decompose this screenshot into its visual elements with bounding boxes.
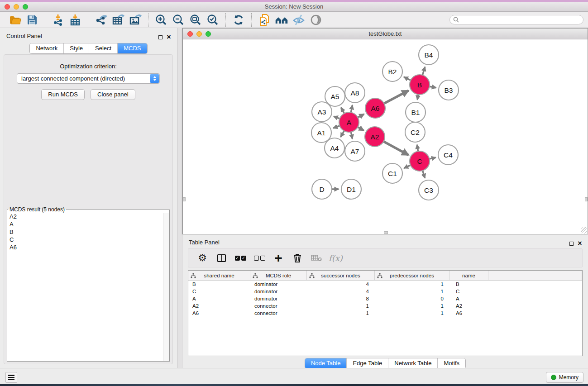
- result-scrollbar[interactable]: [163, 213, 169, 361]
- network-canvas[interactable]: AA1A2A3A4A5A6A7A8BB1B2B3B4CC1C2C3C4DD1: [183, 39, 588, 234]
- cell[interactable]: A6: [449, 310, 488, 317]
- float-table-panel-icon[interactable]: [568, 240, 574, 247]
- table-row-a[interactable]: Adominator80A: [188, 295, 582, 302]
- cell[interactable]: 8: [307, 295, 375, 302]
- import-table-icon[interactable]: [68, 14, 82, 26]
- memory-button[interactable]: Memory: [546, 372, 583, 383]
- window-grip-left[interactable]: [183, 197, 186, 201]
- column-header-predecessor-nodes[interactable]: predecessor nodes: [375, 271, 449, 280]
- close-panel-icon[interactable]: ×: [166, 34, 172, 40]
- network-window-titlebar[interactable]: testGlobe.txt: [183, 29, 588, 39]
- search-input[interactable]: [461, 17, 583, 23]
- panel-divider[interactable]: [177, 28, 182, 368]
- zoom-in-icon[interactable]: [154, 14, 168, 26]
- clone-network-icon[interactable]: [258, 14, 271, 26]
- optimization-criterion-dropdown[interactable]: largest connected component (directed): [17, 73, 160, 84]
- cell[interactable]: B: [449, 281, 488, 288]
- cell[interactable]: 1: [307, 302, 375, 310]
- graph-node-B[interactable]: B: [410, 75, 430, 95]
- network-overview-icon[interactable]: [275, 14, 288, 26]
- graph-node-C3[interactable]: C3: [419, 180, 439, 200]
- cell[interactable]: 1: [375, 288, 449, 295]
- graph-node-A7[interactable]: A7: [345, 141, 365, 161]
- graph-node-A6[interactable]: A6: [365, 98, 385, 118]
- close-panel-button[interactable]: Close panel: [91, 89, 135, 100]
- column-header-mcds-role[interactable]: MCDS role: [250, 271, 307, 280]
- cell[interactable]: dominator: [250, 295, 307, 302]
- task-history-button[interactable]: [5, 372, 17, 383]
- tab-motifs[interactable]: Motifs: [438, 358, 465, 368]
- tab-edge-table[interactable]: Edge Table: [347, 358, 388, 368]
- column-header-name[interactable]: name: [449, 271, 488, 280]
- zoom-selected-icon[interactable]: [206, 14, 220, 26]
- table-row-c[interactable]: Cdominator41C: [188, 288, 582, 295]
- graph-node-D[interactable]: D: [312, 179, 332, 199]
- tab-node-table[interactable]: Node Table: [305, 358, 347, 368]
- refresh-icon[interactable]: [232, 14, 245, 26]
- result-item-a[interactable]: A: [7, 220, 163, 228]
- cell[interactable]: 0: [375, 295, 449, 302]
- graph-node-A4[interactable]: A4: [325, 138, 344, 158]
- select-all-columns-icon[interactable]: ✓✓: [234, 251, 247, 265]
- open-session-icon[interactable]: [8, 14, 22, 26]
- graph-node-D1[interactable]: D1: [341, 179, 361, 199]
- cell[interactable]: 1: [375, 281, 449, 288]
- table-row-a2[interactable]: A2connector11A2: [188, 302, 582, 310]
- cell[interactable]: dominator: [250, 281, 307, 288]
- cell[interactable]: A: [188, 295, 250, 302]
- graph-node-A2[interactable]: A2: [365, 127, 385, 147]
- result-item-a6[interactable]: A6: [7, 243, 163, 251]
- graph-node-A[interactable]: A: [339, 112, 359, 132]
- export-network-icon[interactable]: [94, 14, 108, 26]
- result-item-a2[interactable]: A2: [7, 213, 163, 220]
- mcds-result-list[interactable]: A2ABCA6: [7, 213, 163, 361]
- run-mcds-button[interactable]: Run MCDS: [41, 89, 85, 100]
- cell[interactable]: 1: [307, 310, 375, 317]
- tab-network[interactable]: Network: [30, 43, 64, 53]
- cell[interactable]: A: [449, 295, 488, 302]
- unselect-all-columns-icon[interactable]: [253, 251, 266, 265]
- export-table-icon[interactable]: [111, 14, 125, 26]
- cell[interactable]: dominator: [250, 288, 307, 295]
- result-item-b[interactable]: B: [7, 228, 163, 236]
- window-grip-right[interactable]: [585, 197, 588, 201]
- cell[interactable]: A2: [188, 302, 250, 310]
- search-field[interactable]: [449, 15, 583, 24]
- window-resize-grip[interactable]: [581, 227, 587, 234]
- float-panel-icon[interactable]: [157, 34, 163, 40]
- graph-node-A8[interactable]: A8: [345, 83, 365, 103]
- export-image-icon[interactable]: [129, 14, 142, 26]
- graph-node-C1[interactable]: C1: [382, 163, 402, 183]
- graph-node-B2[interactable]: B2: [382, 62, 402, 81]
- cell[interactable]: C: [188, 288, 250, 295]
- zoom-fit-icon[interactable]: [189, 14, 202, 26]
- graph-node-C4[interactable]: C4: [438, 145, 458, 165]
- import-network-icon[interactable]: [51, 14, 65, 26]
- delete-columns-icon[interactable]: [291, 251, 304, 265]
- table-options-gear-icon[interactable]: ⚙: [196, 251, 209, 265]
- zoom-out-icon[interactable]: [172, 14, 185, 26]
- cell[interactable]: connector: [250, 302, 307, 310]
- hide-details-icon[interactable]: [292, 14, 306, 26]
- cell[interactable]: 1: [375, 310, 449, 317]
- tab-select[interactable]: Select: [89, 43, 118, 53]
- cell[interactable]: B: [188, 281, 250, 288]
- cell[interactable]: 4: [307, 288, 375, 295]
- graph-node-C[interactable]: C: [410, 151, 430, 171]
- save-session-icon[interactable]: [25, 14, 39, 26]
- cell[interactable]: 1: [375, 302, 449, 310]
- graph-node-C2[interactable]: C2: [405, 122, 425, 142]
- graph-node-B1[interactable]: B1: [406, 102, 425, 122]
- result-item-c[interactable]: C: [7, 236, 163, 243]
- cell[interactable]: A2: [449, 302, 488, 310]
- add-column-icon[interactable]: +: [272, 251, 285, 265]
- graph-edge-A2-C[interactable]: [383, 141, 409, 155]
- close-table-panel-icon[interactable]: ×: [577, 240, 583, 247]
- show-columns-icon[interactable]: [215, 251, 228, 265]
- column-header-shared-name[interactable]: shared name: [188, 271, 250, 280]
- tab-style[interactable]: Style: [64, 43, 89, 53]
- tab-network-table[interactable]: Network Table: [388, 358, 438, 368]
- cell[interactable]: connector: [250, 310, 307, 317]
- cell[interactable]: A6: [188, 310, 250, 317]
- table-row-b[interactable]: Bdominator41B: [188, 281, 582, 288]
